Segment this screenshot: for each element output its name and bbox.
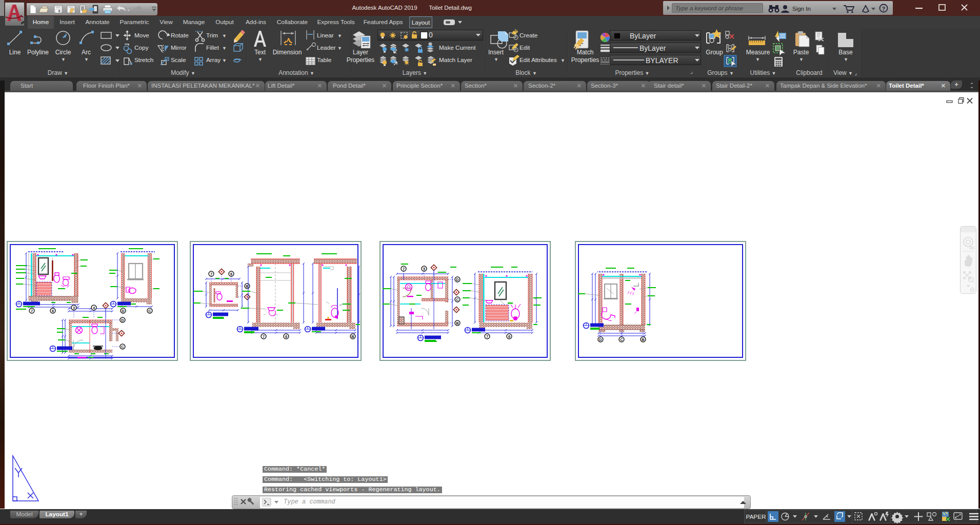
svg-text:D: D — [121, 318, 124, 322]
svg-text:B: B — [456, 321, 459, 326]
svg-text:C: C — [148, 309, 151, 313]
svg-text:7: 7 — [486, 334, 488, 339]
svg-text:2D: 2D — [969, 246, 974, 250]
svg-text:7: 7 — [31, 309, 33, 313]
svg-text:7: 7 — [210, 272, 212, 276]
svg-text:B: B — [642, 337, 645, 342]
svg-text:6: 6 — [285, 334, 287, 339]
svg-text:D: D — [599, 337, 602, 342]
svg-text:C: C — [121, 345, 124, 349]
svg-text:7: 7 — [263, 334, 265, 339]
svg-text:6: 6 — [52, 309, 54, 313]
svg-text:C: C — [620, 337, 623, 342]
svg-text:D: D — [456, 277, 459, 282]
svg-text:C: C — [456, 297, 459, 302]
svg-text:6: 6 — [508, 334, 510, 339]
svg-text:Sign In: Sign In — [792, 6, 811, 12]
svg-text:D: D — [122, 309, 125, 313]
svg-text:5: 5 — [423, 267, 425, 271]
svg-text:6: 6 — [230, 272, 232, 276]
svg-text:3: 3 — [73, 306, 75, 310]
svg-text:7: 7 — [403, 267, 405, 271]
svg-text:?: ? — [882, 6, 886, 12]
svg-text:B: B — [351, 334, 354, 339]
